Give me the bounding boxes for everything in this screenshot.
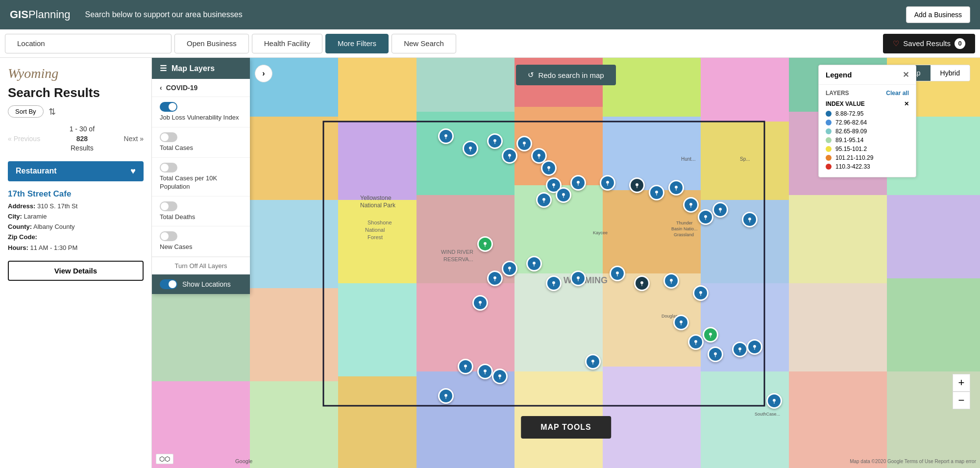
open-business-filter[interactable]: Open Business: [174, 34, 249, 53]
map-pin[interactable]: [556, 187, 571, 203]
legend-close-button[interactable]: ✕: [903, 70, 909, 79]
layer-toggle[interactable]: [160, 102, 177, 112]
map-pin[interactable]: [634, 275, 650, 291]
list-item: 101.21-110.29: [826, 154, 909, 161]
legend-body: LAYERS Clear all INDEX VALUE ✕ 8.88-72.9…: [819, 85, 916, 177]
map-pin[interactable]: [712, 202, 728, 218]
map-pin[interactable]: [472, 295, 488, 311]
map-pin[interactable]: [703, 327, 718, 343]
map-pin[interactable]: [649, 185, 664, 200]
favorite-icon[interactable]: ♥: [130, 166, 136, 176]
map-pin[interactable]: [673, 315, 689, 330]
layer-label: Total Cases per 10K Population: [160, 174, 242, 191]
map-pin[interactable]: [708, 346, 723, 362]
zoom-out-button[interactable]: −: [953, 392, 970, 409]
map-pin[interactable]: [698, 209, 713, 225]
layer-toggle[interactable]: [160, 201, 177, 211]
tagline: Search below to support our area busines…: [85, 10, 906, 19]
svg-rect-36: [887, 278, 980, 371]
new-search-filter[interactable]: New Search: [392, 34, 456, 53]
layer-item: Job Loss Vulnerability Index: [152, 97, 250, 127]
map-pin[interactable]: [536, 192, 552, 208]
svg-point-93: [689, 203, 692, 206]
map-pin[interactable]: [600, 175, 615, 191]
location-filter[interactable]: Location: [5, 34, 172, 53]
map-tools-button[interactable]: MAP TOOLS: [521, 416, 611, 439]
sort-by-button[interactable]: Sort By: [8, 105, 44, 118]
show-locations-toggle[interactable]: [160, 279, 177, 289]
map-pin[interactable]: [546, 275, 562, 291]
show-locations-label: Show Locations: [182, 280, 231, 288]
health-facility-filter[interactable]: Health Facility: [252, 34, 322, 53]
legend-clear-all-button[interactable]: Clear all: [886, 90, 909, 97]
business-county: County: Albany County: [8, 222, 144, 231]
svg-point-71: [523, 142, 526, 145]
covid-back-button[interactable]: ‹ COVID-19: [152, 79, 250, 97]
map-pin[interactable]: [629, 177, 645, 193]
hybrid-view-button[interactable]: Hybrid: [931, 65, 970, 81]
map-pin[interactable]: [683, 197, 699, 213]
map-pin[interactable]: [492, 369, 508, 384]
map-pin[interactable]: [502, 148, 517, 164]
layer-toggle[interactable]: [160, 231, 177, 241]
add-business-button[interactable]: Add a Business: [906, 6, 970, 23]
prev-page-button[interactable]: « Previous: [8, 135, 40, 143]
map-pin[interactable]: [438, 128, 454, 144]
legend-layers-row: LAYERS Clear all: [826, 90, 909, 97]
map-pin[interactable]: [610, 266, 625, 281]
svg-point-119: [699, 291, 702, 294]
map-pin[interactable]: [458, 359, 473, 374]
legend-header: Legend ✕: [819, 65, 916, 85]
layer-toggle[interactable]: [160, 163, 177, 172]
map-pin[interactable]: [693, 285, 709, 301]
map-pin[interactable]: [438, 388, 454, 404]
map-pin[interactable]: [688, 334, 704, 350]
view-details-button[interactable]: View Details: [8, 261, 144, 281]
map-pin[interactable]: [663, 273, 679, 289]
map-pin[interactable]: [668, 180, 684, 196]
logo: GISPlanning: [10, 8, 71, 21]
map-pin[interactable]: [732, 342, 748, 357]
map-pin[interactable]: [570, 175, 586, 191]
legend-layers-label: LAYERS: [826, 90, 849, 97]
svg-point-87: [636, 183, 638, 186]
collapse-expand-button[interactable]: ⬡⬡: [156, 454, 173, 464]
svg-point-91: [675, 186, 678, 189]
svg-text:Thunder: Thunder: [676, 221, 693, 225]
map-pin[interactable]: [541, 160, 557, 176]
turn-off-all-button[interactable]: Turn Off All Layers: [152, 257, 250, 274]
map-pin[interactable]: [747, 339, 762, 355]
legend-color-dot: [826, 128, 832, 134]
layer-label: Total Deaths: [160, 213, 242, 222]
legend-index-close[interactable]: ✕: [904, 100, 909, 107]
layers-header: ☰ Map Layers: [152, 58, 250, 79]
saved-results-button[interactable]: ♡ Saved Results 0: [883, 34, 975, 53]
more-filters-filter[interactable]: More Filters: [325, 34, 389, 53]
map-pin[interactable]: [463, 141, 478, 156]
redo-search-button[interactable]: ↺ Redo search in map: [516, 65, 615, 85]
filter-bar: Location Open Business Health Facility M…: [0, 29, 980, 58]
map-pin[interactable]: [502, 261, 517, 276]
search-results-title: Search Results: [8, 85, 144, 100]
svg-point-99: [748, 218, 751, 221]
map-pin[interactable]: [766, 393, 782, 409]
map-pin[interactable]: [526, 256, 542, 271]
map-pin[interactable]: [487, 133, 503, 149]
map-pin[interactable]: [477, 364, 493, 379]
map-pin[interactable]: [585, 354, 601, 369]
layer-toggle[interactable]: [160, 132, 177, 142]
zoom-in-button[interactable]: +: [953, 374, 970, 392]
svg-point-105: [508, 267, 511, 270]
map-pin[interactable]: [487, 271, 503, 286]
svg-point-127: [498, 374, 501, 377]
svg-point-113: [616, 271, 619, 274]
svg-point-95: [704, 215, 707, 218]
map-pin[interactable]: [570, 271, 586, 286]
next-page-button[interactable]: Next »: [124, 135, 144, 143]
sort-order-icon[interactable]: ⇅: [49, 106, 56, 117]
map-pin[interactable]: [477, 236, 493, 252]
map-pin[interactable]: [516, 136, 532, 151]
svg-rect-20: [250, 200, 338, 288]
legend-title: Legend: [826, 71, 852, 79]
map-pin[interactable]: [742, 212, 758, 227]
